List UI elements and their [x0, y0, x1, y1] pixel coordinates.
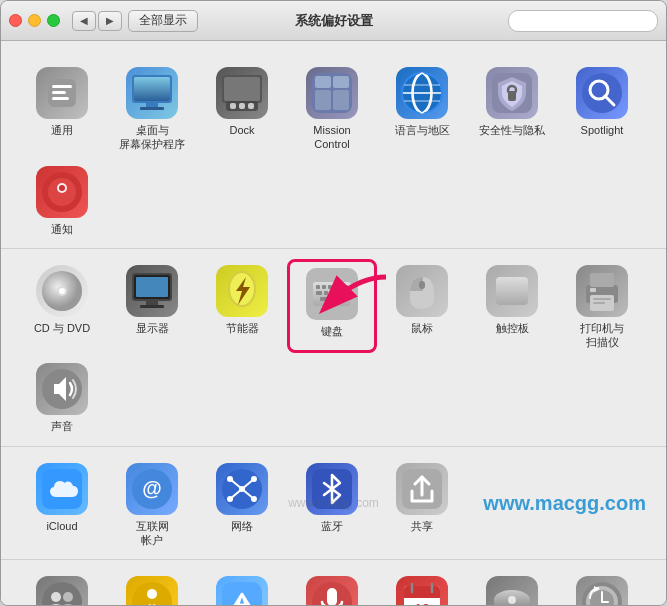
sound-icon — [36, 363, 88, 415]
titlebar: ◀ ▶ 全部显示 系统偏好设置 🔍 — [1, 1, 666, 41]
mission-icon — [306, 67, 358, 119]
section1-grid: 通用 桌面与屏幕保护程序 Dock — [17, 61, 650, 240]
pref-appstore[interactable]: A App Store — [197, 570, 287, 606]
trackpad-label: 触控板 — [496, 321, 529, 335]
svg-rect-52 — [334, 285, 338, 289]
general-icon — [36, 67, 88, 119]
users-icon — [36, 576, 88, 606]
pref-printer[interactable]: 打印机与扫描仪 — [557, 259, 647, 354]
icloud-label: iCloud — [46, 519, 77, 533]
preferences-content: 通用 桌面与屏幕保护程序 Dock — [1, 41, 666, 606]
svg-rect-42 — [136, 277, 168, 297]
maximize-button[interactable] — [47, 14, 60, 27]
pref-language[interactable]: 语言与地区 — [377, 61, 467, 156]
pref-icloud[interactable]: iCloud — [17, 457, 107, 552]
show-all-button[interactable]: 全部显示 — [128, 10, 198, 32]
svg-rect-1 — [52, 85, 72, 88]
minimize-button[interactable] — [28, 14, 41, 27]
svg-rect-8 — [140, 107, 164, 110]
pref-sound[interactable]: 声音 — [17, 357, 107, 437]
search-input[interactable] — [508, 10, 658, 32]
pref-mouse[interactable]: 鼠标 — [377, 259, 467, 354]
energy-label: 节能器 — [226, 321, 259, 335]
parental-icon — [126, 576, 178, 606]
notify-label: 通知 — [51, 222, 73, 236]
pref-internet[interactable]: @ 互联网帐户 — [107, 457, 197, 552]
icloud-icon — [36, 463, 88, 515]
pref-dictation[interactable]: 听写与语音 — [287, 570, 377, 606]
printer-label: 打印机与扫描仪 — [580, 321, 624, 350]
general-label: 通用 — [51, 123, 73, 137]
cd-label: CD 与 DVD — [34, 321, 90, 335]
dock-label: Dock — [229, 123, 254, 137]
section-hardware: CD 与 DVD 显示器 节能器 — [1, 249, 666, 447]
appstore-icon: A — [216, 576, 268, 606]
timemachine-icon — [576, 576, 628, 606]
svg-point-80 — [251, 496, 257, 502]
svg-rect-7 — [146, 103, 158, 107]
svg-text:@: @ — [142, 477, 162, 499]
svg-rect-55 — [324, 291, 328, 295]
back-button[interactable]: ◀ — [72, 11, 96, 31]
pref-cd[interactable]: CD 与 DVD — [17, 259, 107, 354]
svg-rect-67 — [593, 298, 611, 300]
section3-grid: iCloud @ 互联网帐户 网络 — [17, 457, 650, 552]
desktop-label: 桌面与屏幕保护程序 — [119, 123, 185, 152]
svg-point-87 — [147, 589, 157, 599]
internet-label: 互联网帐户 — [136, 519, 169, 548]
pref-datetime[interactable]: 18 日期与时间 — [377, 570, 467, 606]
section4-grid: 用户与群组 家长控制 A App Store — [17, 570, 650, 606]
printer-icon — [576, 265, 628, 317]
forward-button[interactable]: ▶ — [98, 11, 122, 31]
pref-energy[interactable]: 节能器 — [197, 259, 287, 354]
pref-trackpad[interactable]: 触控板 — [467, 259, 557, 354]
bluetooth-label: 蓝牙 — [321, 519, 343, 533]
security-icon — [486, 67, 538, 119]
keyboard-label: 键盘 — [321, 324, 343, 338]
svg-point-77 — [227, 476, 233, 482]
pref-bluetooth[interactable]: 蓝牙 — [287, 457, 377, 552]
pref-share[interactable]: 共享 — [377, 457, 467, 552]
display-label: 显示器 — [136, 321, 169, 335]
svg-rect-43 — [146, 301, 158, 305]
svg-rect-54 — [316, 291, 322, 295]
svg-point-111 — [508, 596, 516, 604]
pref-general[interactable]: 通用 — [17, 61, 107, 156]
spotlight-label: Spotlight — [581, 123, 624, 137]
mouse-label: 鼠标 — [411, 321, 433, 335]
nav-buttons: ◀ ▶ — [72, 11, 122, 31]
close-button[interactable] — [9, 14, 22, 27]
svg-rect-53 — [340, 285, 348, 289]
svg-rect-69 — [590, 288, 596, 292]
svg-point-83 — [42, 582, 82, 606]
notify-icon — [36, 166, 88, 218]
pref-parental[interactable]: 家长控制 — [107, 570, 197, 606]
internet-icon: @ — [126, 463, 178, 515]
pref-desktop[interactable]: 桌面与屏幕保护程序 — [107, 61, 197, 156]
svg-rect-63 — [496, 277, 528, 305]
window: ◀ ▶ 全部显示 系统偏好设置 🔍 通用 — [0, 0, 667, 606]
svg-point-29 — [582, 73, 622, 113]
svg-rect-57 — [336, 291, 340, 295]
pref-dock[interactable]: Dock — [197, 61, 287, 156]
pref-startup[interactable]: 启动磁盘 — [467, 570, 557, 606]
pref-users[interactable]: 用户与群组 — [17, 570, 107, 606]
pref-timemachine[interactable]: Time Machine — [557, 570, 647, 606]
svg-point-79 — [227, 496, 233, 502]
dock-icon — [216, 67, 268, 119]
pref-network[interactable]: 网络 — [197, 457, 287, 552]
svg-rect-51 — [328, 285, 332, 289]
svg-rect-56 — [330, 291, 334, 295]
section2-grid: CD 与 DVD 显示器 节能器 — [17, 259, 650, 438]
svg-rect-68 — [593, 302, 605, 304]
pref-display[interactable]: 显示器 — [107, 259, 197, 354]
svg-point-78 — [251, 476, 257, 482]
desktop-icon — [126, 67, 178, 119]
pref-spotlight[interactable]: Spotlight — [557, 61, 647, 156]
pref-notify[interactable]: 通知 — [17, 160, 107, 240]
pref-keyboard[interactable]: 键盘 — [287, 259, 377, 354]
svg-rect-2 — [52, 91, 66, 94]
pref-security[interactable]: 安全性与隐私 — [467, 61, 557, 156]
pref-mission[interactable]: MissionControl — [287, 61, 377, 156]
svg-rect-13 — [239, 103, 245, 109]
